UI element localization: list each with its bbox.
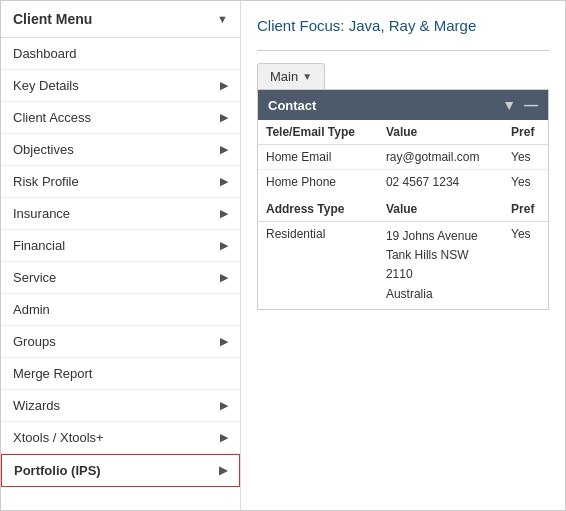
sidebar: Client Menu ▼ DashboardKey Details▶Clien… — [1, 1, 241, 510]
sidebar-item-merge-report[interactable]: Merge Report — [1, 358, 240, 390]
address-col1: Address Type — [258, 194, 378, 222]
tele-email-type: Home Email — [258, 145, 378, 170]
widget-dropdown-icon[interactable]: ▼ — [502, 97, 516, 113]
sidebar-item-groups[interactable]: Groups▶ — [1, 326, 240, 358]
contact-table: Tele/Email Type Value Pref Home Email ra… — [258, 120, 548, 309]
sidebar-item-label-insurance: Insurance — [13, 206, 70, 221]
tele-email-col3: Pref — [503, 120, 548, 145]
sidebar-item-key-details[interactable]: Key Details▶ — [1, 70, 240, 102]
divider — [257, 50, 549, 51]
sidebar-item-label-dashboard: Dashboard — [13, 46, 77, 61]
tele-email-row: Home Email ray@gotmail.com Yes — [258, 145, 548, 170]
widget-minimize-icon[interactable]: — — [524, 97, 538, 113]
address-pref: Yes — [503, 222, 548, 309]
client-focus-prefix: Client Focus: — [257, 17, 345, 34]
sidebar-header[interactable]: Client Menu ▼ — [1, 1, 240, 38]
sidebar-item-service[interactable]: Service▶ — [1, 262, 240, 294]
sidebar-item-admin[interactable]: Admin — [1, 294, 240, 326]
tele-email-pref: Yes — [503, 170, 548, 195]
address-value: 19 Johns AvenueTank Hills NSW2110Austral… — [378, 222, 503, 309]
sidebar-item-objectives[interactable]: Objectives▶ — [1, 134, 240, 166]
client-name: Java, Ray & Marge — [349, 17, 477, 34]
widget-controls: ▼ — — [502, 97, 538, 113]
widget-title: Contact — [268, 98, 316, 113]
address-row: Residential 19 Johns AvenueTank Hills NS… — [258, 222, 548, 309]
arrow-right-icon-service: ▶ — [220, 271, 228, 284]
sidebar-title: Client Menu — [13, 11, 92, 27]
sidebar-item-label-financial: Financial — [13, 238, 65, 253]
sidebar-dropdown-arrow[interactable]: ▼ — [217, 13, 228, 25]
sidebar-item-label-key-details: Key Details — [13, 78, 79, 93]
tab-dropdown-arrow[interactable]: ▼ — [302, 71, 312, 82]
sidebar-item-label-service: Service — [13, 270, 56, 285]
tele-email-value: 02 4567 1234 — [378, 170, 503, 195]
contact-widget: Contact ▼ — Tele/Email Type Value Pref H… — [257, 89, 549, 310]
address-col3: Pref — [503, 194, 548, 222]
address-type: Residential — [258, 222, 378, 309]
arrow-right-icon-portfolio-ips: ▶ — [219, 464, 227, 477]
tab-label: Main — [270, 69, 298, 84]
tele-email-row: Home Phone 02 4567 1234 Yes — [258, 170, 548, 195]
sidebar-item-risk-profile[interactable]: Risk Profile▶ — [1, 166, 240, 198]
arrow-right-icon-financial: ▶ — [220, 239, 228, 252]
arrow-right-icon-client-access: ▶ — [220, 111, 228, 124]
sidebar-item-label-client-access: Client Access — [13, 110, 91, 125]
arrow-right-icon-xtools: ▶ — [220, 431, 228, 444]
address-col2: Value — [378, 194, 503, 222]
sidebar-item-label-wizards: Wizards — [13, 398, 60, 413]
arrow-right-icon-groups: ▶ — [220, 335, 228, 348]
sidebar-item-client-access[interactable]: Client Access▶ — [1, 102, 240, 134]
widget-header: Contact ▼ — — [258, 90, 548, 120]
main-tab[interactable]: Main ▼ — [257, 63, 325, 89]
sidebar-item-xtools[interactable]: Xtools / Xtools+▶ — [1, 422, 240, 454]
sidebar-item-portfolio-ips[interactable]: Portfolio (IPS)▶ — [1, 454, 240, 487]
client-focus-title: Client Focus: Java, Ray & Marge — [257, 17, 549, 34]
tele-email-col1: Tele/Email Type — [258, 120, 378, 145]
arrow-right-icon-risk-profile: ▶ — [220, 175, 228, 188]
arrow-right-icon-wizards: ▶ — [220, 399, 228, 412]
sidebar-item-label-merge-report: Merge Report — [13, 366, 92, 381]
sidebar-item-label-xtools: Xtools / Xtools+ — [13, 430, 104, 445]
tele-email-type: Home Phone — [258, 170, 378, 195]
sidebar-item-label-objectives: Objectives — [13, 142, 74, 157]
main-content: Client Focus: Java, Ray & Marge Main ▼ C… — [241, 1, 565, 510]
arrow-right-icon-objectives: ▶ — [220, 143, 228, 156]
sidebar-item-label-risk-profile: Risk Profile — [13, 174, 79, 189]
sidebar-item-dashboard[interactable]: Dashboard — [1, 38, 240, 70]
sidebar-items-container: DashboardKey Details▶Client Access▶Objec… — [1, 38, 240, 487]
sidebar-item-label-groups: Groups — [13, 334, 56, 349]
sidebar-item-wizards[interactable]: Wizards▶ — [1, 390, 240, 422]
sidebar-item-label-portfolio-ips: Portfolio (IPS) — [14, 463, 101, 478]
arrow-right-icon-key-details: ▶ — [220, 79, 228, 92]
arrow-right-icon-insurance: ▶ — [220, 207, 228, 220]
tele-email-value: ray@gotmail.com — [378, 145, 503, 170]
sidebar-item-label-admin: Admin — [13, 302, 50, 317]
tele-email-pref: Yes — [503, 145, 548, 170]
sidebar-item-insurance[interactable]: Insurance▶ — [1, 198, 240, 230]
tele-email-col2: Value — [378, 120, 503, 145]
tab-bar: Main ▼ — [257, 63, 549, 89]
sidebar-item-financial[interactable]: Financial▶ — [1, 230, 240, 262]
